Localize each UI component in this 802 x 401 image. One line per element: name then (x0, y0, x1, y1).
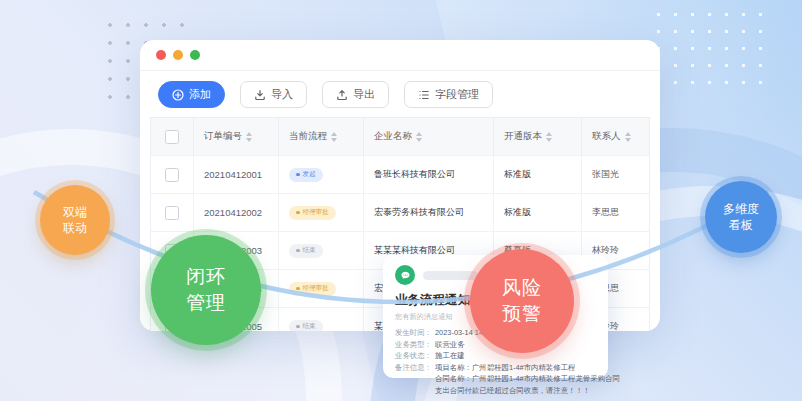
export-button-label: 导出 (353, 87, 375, 102)
plus-circle-icon (172, 89, 184, 101)
table-row[interactable]: 20210412002 经理审批 宏泰劳务科技有限公司 标准版 李思思 (151, 194, 649, 232)
select-all-checkbox[interactable] (165, 130, 179, 144)
dot-grid-white (650, 6, 762, 88)
feature-bubble-multi-board: 多维度 看板 (705, 181, 777, 253)
header-contact[interactable]: 联系人 (582, 118, 649, 155)
field-manage-button[interactable]: 字段管理 (404, 81, 493, 108)
sort-icon[interactable] (546, 132, 552, 142)
order-cell: 20210412002 (194, 194, 279, 231)
table-row[interactable]: 20210412001 发起 鲁班长科技有限公司 标准版 张国光 (151, 156, 649, 194)
field-manage-button-label: 字段管理 (435, 87, 479, 102)
feature-bubble-closed-loop: 闭环 管理 (151, 235, 261, 345)
toolbar: 添加 导入 导出 (140, 71, 660, 117)
order-cell: 20210412001 (194, 156, 279, 193)
status-dot-icon (296, 173, 300, 177)
sort-icon[interactable] (331, 132, 337, 142)
import-button-label: 导入 (271, 87, 293, 102)
upload-icon (336, 89, 348, 101)
header-company[interactable]: 企业名称 (364, 118, 494, 155)
chat-bubble-icon (395, 265, 415, 285)
add-button[interactable]: 添加 (158, 81, 225, 108)
sort-icon[interactable] (416, 132, 422, 142)
field-line: 合同名称：广州碧桂园1-4#市内精装修工程龙骨采购合同 (395, 373, 598, 385)
list-settings-icon (418, 89, 430, 101)
download-icon (254, 89, 266, 101)
row-checkbox[interactable] (165, 168, 179, 182)
status-badge: 结束 (289, 320, 323, 332)
status-badge: 发起 (289, 168, 323, 182)
traffic-light-close[interactable] (156, 50, 166, 60)
field-line: 支出合同付款已经超过合同收票，请注意！！！ (395, 385, 598, 397)
company-cell: 宏泰劳务科技有限公司 (364, 194, 494, 231)
header-version[interactable]: 开通版本 (494, 118, 582, 155)
feature-bubble-dual-link: 双端 联动 (40, 185, 110, 255)
status-badge: 结束 (289, 244, 323, 258)
status-dot-icon (296, 325, 300, 329)
contact-cell: 李思思 (582, 194, 649, 231)
status-badge: 经理审批 (289, 282, 336, 296)
row-checkbox[interactable] (165, 206, 179, 220)
header-order[interactable]: 订单编号 (194, 118, 279, 155)
status-dot-icon (296, 211, 300, 215)
version-cell: 标准版 (494, 194, 582, 231)
window-titlebar (140, 40, 660, 71)
field-line: 备注信息：项目名称：广州碧桂园1-4#市内精装修工程 (395, 362, 598, 374)
version-cell: 标准版 (494, 156, 582, 193)
status-dot-icon (296, 287, 300, 291)
sort-icon[interactable] (625, 132, 631, 142)
status-dot-icon (296, 249, 300, 253)
traffic-light-minimize[interactable] (173, 50, 183, 60)
company-cell: 鲁班长科技有限公司 (364, 156, 494, 193)
marketing-scene: 添加 导入 导出 (0, 0, 802, 401)
traffic-light-maximize[interactable] (190, 50, 200, 60)
import-button[interactable]: 导入 (240, 81, 307, 108)
header-flow[interactable]: 当前流程 (279, 118, 364, 155)
contact-cell: 张国光 (582, 156, 649, 193)
export-button[interactable]: 导出 (322, 81, 389, 108)
add-button-label: 添加 (189, 87, 211, 102)
header-select-all-cell (151, 118, 194, 155)
feature-bubble-risk-alert: 风险 预警 (470, 249, 574, 353)
sort-icon[interactable] (246, 132, 252, 142)
placeholder-pill (423, 271, 478, 280)
table-header-row: 订单编号 当前流程 企业名称 开通版本 联系人 (151, 118, 649, 156)
field-line: 业务状态：施工在建 (395, 350, 598, 362)
status-badge: 经理审批 (289, 206, 336, 220)
